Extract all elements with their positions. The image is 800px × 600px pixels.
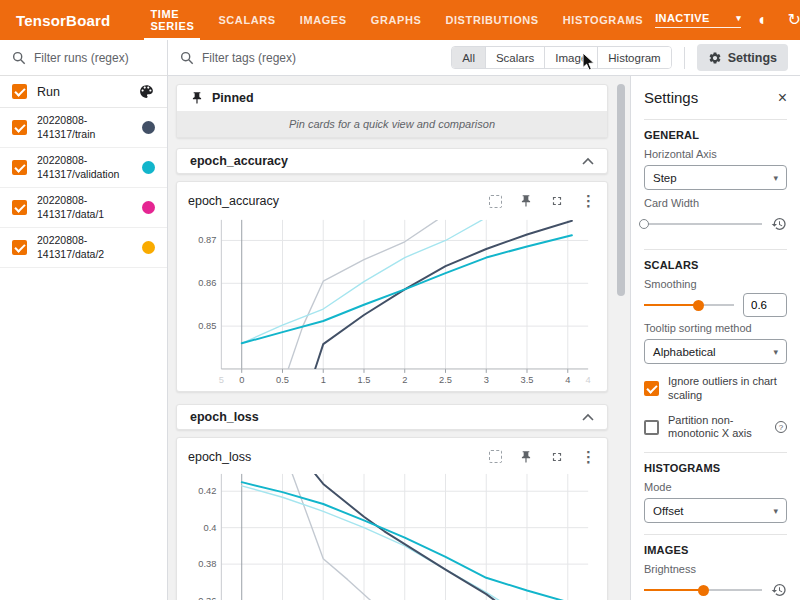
svg-text:0.38: 0.38 — [198, 559, 216, 569]
smoothing-slider[interactable] — [644, 298, 734, 312]
svg-text:0.4: 0.4 — [204, 522, 217, 532]
partition-x-axis-label: Partition non-monotonic X axis — [668, 414, 766, 442]
fullscreen-icon[interactable] — [550, 194, 564, 208]
run-color-dot — [142, 121, 155, 134]
gear-icon — [708, 51, 722, 65]
more-options-icon[interactable]: ⋮ — [581, 448, 596, 466]
svg-text:5: 5 — [219, 375, 224, 385]
tab-scalars[interactable]: SCALARS — [206, 0, 287, 40]
svg-text:0.85: 0.85 — [198, 321, 216, 331]
run-name: 20220808-141317/validation — [37, 154, 142, 181]
run-row: 20220808-141317/train — [0, 108, 167, 148]
horizontal-axis-select[interactable]: Step ▾ — [644, 165, 787, 190]
run-name: 20220808-141317/data/2 — [37, 234, 142, 261]
horizontal-axis-value: Step — [653, 172, 677, 184]
svg-text:1: 1 — [321, 375, 326, 385]
horizontal-axis-label: Horizontal Axis — [644, 148, 787, 160]
chart-title: epoch_accuracy — [188, 194, 279, 208]
settings-scalars-section: SCALARS Smoothing Tooltip sorting method… — [644, 249, 787, 452]
reset-icon[interactable] — [771, 582, 787, 598]
run-row: 20220808-141317/data/1 — [0, 188, 167, 228]
ignore-outliers-checkbox[interactable] — [644, 381, 659, 396]
close-icon[interactable]: × — [778, 90, 787, 106]
run-checkbox[interactable] — [12, 120, 27, 135]
svg-text:4: 4 — [565, 375, 570, 385]
epoch-loss-chart[interactable]: 0.360.380.40.42 — [188, 470, 596, 600]
cards-area: Pinned Pin cards for a quick view and co… — [168, 76, 630, 600]
fit-domain-icon[interactable] — [489, 450, 502, 463]
chip-all[interactable]: All — [452, 47, 485, 68]
scalars-heading: SCALARS — [644, 259, 787, 271]
tag-filter-input[interactable] — [202, 51, 382, 65]
chip-scalars[interactable]: Scalars — [485, 47, 544, 68]
settings-button[interactable]: Settings — [697, 44, 788, 71]
palette-icon[interactable] — [138, 83, 155, 100]
settings-title: Settings — [644, 89, 698, 106]
refresh-icon[interactable]: ↻ — [785, 11, 800, 29]
settings-general-section: GENERAL Horizontal Axis Step ▾ Card Widt… — [644, 119, 787, 249]
tab-images[interactable]: IMAGES — [288, 0, 359, 40]
run-select-all-checkbox[interactable] — [12, 84, 27, 99]
tab-time-series[interactable]: TIME SERIES — [138, 0, 206, 40]
svg-text:0.87: 0.87 — [198, 235, 216, 245]
svg-text:1.5: 1.5 — [358, 375, 371, 385]
pin-icon[interactable] — [519, 450, 533, 464]
smoothing-value-input[interactable] — [743, 293, 787, 317]
fullscreen-icon[interactable] — [550, 450, 564, 464]
app-title: TensorBoard — [0, 12, 138, 29]
search-icon — [180, 51, 194, 65]
run-checkbox[interactable] — [12, 200, 27, 215]
caret-down-icon: ▾ — [736, 14, 741, 23]
epoch-accuracy-chart[interactable]: 0.850.860.8700.511.522.533.5454 — [188, 214, 596, 387]
histogram-mode-label: Mode — [644, 481, 787, 493]
collapse-icon[interactable] — [582, 413, 594, 421]
settings-button-label: Settings — [728, 51, 777, 65]
run-checkbox[interactable] — [12, 160, 27, 175]
reset-icon[interactable] — [771, 216, 787, 232]
vertical-scrollbar[interactable] — [617, 84, 625, 296]
collapse-icon[interactable] — [582, 157, 594, 165]
pinned-header: Pinned — [177, 85, 607, 111]
help-icon[interactable]: ? — [775, 421, 787, 433]
contrast-icon[interactable]: ◐ — [754, 11, 772, 29]
svg-text:0: 0 — [239, 375, 244, 385]
card-width-label: Card Width — [644, 197, 787, 209]
svg-text:0.5: 0.5 — [276, 375, 289, 385]
section-epoch-accuracy[interactable]: epoch_accuracy — [176, 148, 608, 174]
svg-text:3.5: 3.5 — [521, 375, 534, 385]
tab-graphs[interactable]: GRAPHS — [359, 0, 434, 40]
images-heading: IMAGES — [644, 544, 787, 556]
reload-status-select[interactable]: INACTIVE ▾ — [655, 12, 741, 28]
toolbar-divider — [684, 47, 685, 69]
caret-down-icon: ▾ — [773, 173, 778, 183]
tooltip-sorting-select[interactable]: Alphabetical ▾ — [644, 339, 787, 364]
card-width-slider[interactable] — [644, 217, 762, 231]
pinned-hint: Pin cards for a quick view and compariso… — [177, 111, 607, 137]
tab-histograms[interactable]: HISTOGRAMS — [551, 0, 655, 40]
run-checkbox[interactable] — [12, 240, 27, 255]
section-title: epoch_accuracy — [190, 154, 288, 168]
run-color-dot — [142, 161, 155, 174]
tooltip-sorting-value: Alphabetical — [653, 346, 716, 358]
chip-histogram[interactable]: Histogram — [597, 47, 670, 68]
caret-down-icon: ▾ — [773, 347, 778, 357]
svg-text:2.5: 2.5 — [439, 375, 452, 385]
fit-domain-icon[interactable] — [489, 195, 502, 208]
pin-icon[interactable] — [519, 194, 533, 208]
brightness-slider[interactable] — [644, 583, 762, 597]
run-row: 20220808-141317/data/2 — [0, 228, 167, 268]
chip-image[interactable]: Image — [544, 47, 597, 68]
section-title: epoch_loss — [190, 410, 259, 424]
tab-distributions[interactable]: DISTRIBUTIONS — [433, 0, 550, 40]
smoothing-label: Smoothing — [644, 278, 787, 290]
histogram-mode-value: Offset — [653, 505, 683, 517]
more-options-icon[interactable]: ⋮ — [581, 192, 596, 210]
run-filter-input[interactable] — [34, 51, 144, 65]
partition-x-axis-checkbox[interactable] — [644, 420, 659, 435]
epoch-accuracy-card: epoch_accuracy ⋮ 0.850.860.8700.511.522.… — [176, 181, 608, 392]
histogram-mode-select[interactable]: Offset ▾ — [644, 498, 787, 523]
tooltip-sorting-label: Tooltip sorting method — [644, 322, 787, 334]
section-epoch-loss[interactable]: epoch_loss — [176, 404, 608, 430]
run-color-dot — [142, 201, 155, 214]
navbar-tabs: TIME SERIESSCALARSIMAGESGRAPHSDISTRIBUTI… — [138, 0, 655, 40]
